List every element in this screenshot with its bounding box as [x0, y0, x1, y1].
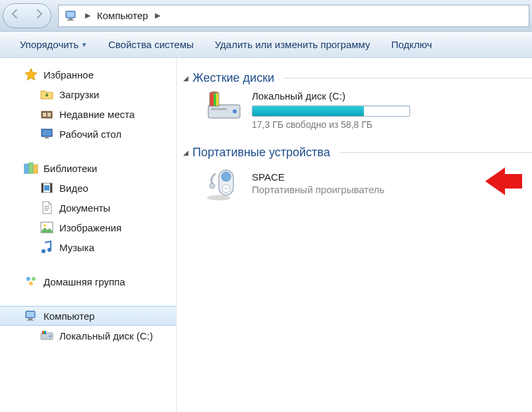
svg-rect-2	[69, 18, 73, 20]
drive-free-space: 17,3 ГБ свободно из 58,8 ГБ	[252, 119, 410, 130]
chevron-down-icon: ▼	[81, 42, 87, 48]
chevron-right-icon: ▶	[151, 11, 164, 20]
svg-rect-38	[216, 93, 219, 106]
device-space[interactable]: SPACE Портативный проигрыватель	[206, 165, 532, 202]
svg-rect-25	[26, 312, 34, 317]
pictures-icon	[40, 220, 54, 235]
svg-rect-6	[47, 113, 51, 117]
breadcrumb[interactable]: ▶ Компьютер ▶	[58, 5, 529, 27]
sidebar-item-favorites[interactable]: Избранное	[0, 65, 176, 84]
navigation-bar: ▶ Компьютер ▶	[0, 0, 532, 32]
drive-usage-bar	[252, 105, 410, 117]
svg-rect-8	[42, 130, 51, 136]
svg-rect-12	[34, 165, 38, 173]
sidebar-item-local-disk-c[interactable]: Локальный диск (C:)	[0, 326, 176, 345]
homegroup-icon	[24, 274, 38, 289]
annotation-red-arrow-icon	[485, 167, 522, 198]
sidebar-item-homegroup[interactable]: Домашняя группа	[0, 272, 176, 291]
star-icon	[24, 67, 38, 82]
folder-download-icon	[40, 87, 54, 102]
svg-point-34	[233, 109, 237, 113]
svg-rect-31	[44, 331, 45, 334]
device-name: SPACE	[252, 171, 384, 183]
svg-rect-5	[43, 113, 46, 117]
collapse-arrow-icon: ◢	[183, 74, 189, 82]
device-subtitle: Портативный проигрыватель	[252, 184, 384, 195]
hard-drive-icon	[40, 328, 54, 343]
svg-point-45	[210, 183, 215, 189]
svg-point-23	[29, 281, 33, 285]
svg-rect-35	[211, 108, 227, 110]
connect-button[interactable]: Подключ	[381, 35, 443, 54]
svg-rect-1	[67, 12, 74, 17]
main-area: Избранное Загрузки Недавние места Рабочи…	[0, 58, 532, 412]
sidebar-item-downloads[interactable]: Загрузки	[0, 84, 176, 104]
sidebar-item-pictures[interactable]: Изображения	[0, 218, 176, 237]
content-pane: ◢ Жесткие диски Локальный диск (C:)	[177, 58, 532, 412]
svg-point-19	[42, 249, 45, 253]
computer-icon	[24, 309, 38, 323]
svg-rect-27	[27, 320, 34, 321]
sidebar-item-libraries[interactable]: Библиотеки	[0, 158, 176, 178]
svg-point-20	[47, 248, 51, 252]
sidebar-item-videos[interactable]: Видео	[0, 178, 176, 198]
svg-point-42	[222, 172, 231, 181]
svg-rect-3	[67, 20, 74, 21]
sidebar-item-documents[interactable]: Документы	[0, 198, 176, 218]
svg-rect-9	[45, 137, 49, 138]
music-icon	[40, 240, 54, 254]
svg-rect-16	[44, 185, 49, 191]
svg-point-44	[225, 187, 227, 190]
desktop-icon	[40, 127, 54, 141]
uninstall-program-button[interactable]: Удалить или изменить программу	[204, 35, 381, 54]
svg-point-40	[207, 195, 231, 200]
svg-rect-10	[24, 164, 28, 173]
nav-buttons-group	[3, 3, 51, 28]
breadcrumb-location[interactable]: Компьютер	[94, 10, 151, 21]
svg-rect-14	[42, 183, 44, 192]
svg-point-18	[44, 224, 46, 227]
svg-rect-26	[28, 318, 32, 320]
navigation-pane: Избранное Загрузки Недавние места Рабочи…	[0, 58, 177, 412]
arrow-right-icon	[33, 8, 45, 23]
video-icon	[40, 181, 54, 195]
sidebar-item-music[interactable]: Музыка	[0, 237, 176, 257]
section-portable-devices[interactable]: ◢ Портативные устройства	[183, 146, 532, 160]
arrow-left-icon	[9, 8, 21, 23]
svg-rect-37	[214, 93, 216, 106]
svg-point-29	[49, 336, 51, 338]
drive-usage-fill	[252, 106, 364, 116]
sidebar-item-recent[interactable]: Недавние места	[0, 104, 176, 124]
toolbar: Упорядочить ▼ Свойства системы Удалить и…	[0, 32, 532, 58]
system-properties-button[interactable]: Свойства системы	[98, 35, 204, 54]
collapse-arrow-icon: ◢	[183, 149, 189, 156]
portable-player-icon	[206, 165, 243, 202]
chevron-right-icon: ▶	[81, 11, 94, 20]
section-hard-drives[interactable]: ◢ Жесткие диски	[183, 71, 532, 85]
back-button[interactable]	[3, 4, 27, 28]
forward-button[interactable]	[27, 4, 51, 28]
svg-rect-11	[29, 163, 33, 173]
document-icon	[40, 200, 54, 215]
libraries-icon	[24, 161, 38, 175]
organize-button[interactable]: Упорядочить ▼	[9, 35, 98, 54]
drive-name: Локальный диск (C:)	[252, 90, 410, 102]
sidebar-item-computer[interactable]: Компьютер	[0, 306, 176, 326]
svg-rect-15	[50, 183, 52, 192]
svg-rect-32	[45, 331, 46, 334]
computer-icon	[64, 9, 78, 23]
recent-places-icon	[40, 107, 54, 121]
drive-local-c[interactable]: Локальный диск (C:) 17,3 ГБ свободно из …	[206, 90, 532, 130]
svg-point-21	[26, 277, 30, 281]
svg-point-22	[32, 277, 36, 281]
sidebar-item-desktop[interactable]: Рабочий стол	[0, 124, 176, 144]
hard-drive-icon	[206, 90, 243, 122]
